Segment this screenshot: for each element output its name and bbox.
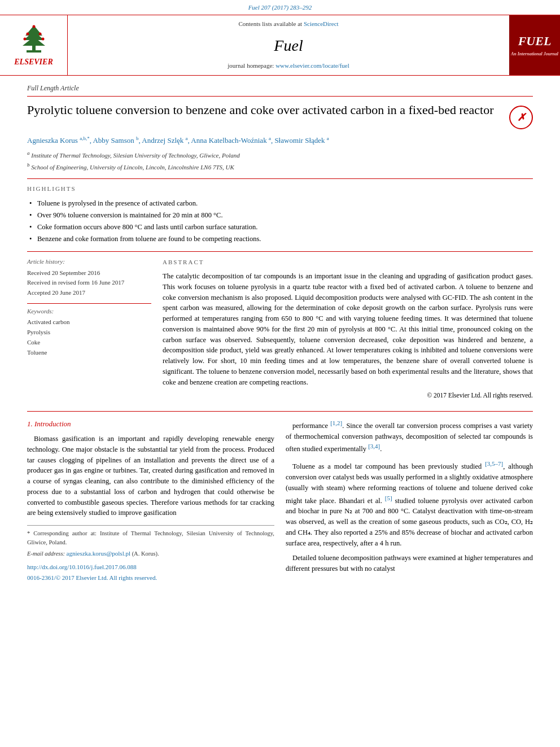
keywords-label: Keywords: — [27, 307, 151, 316]
authors-line: Agnieszka Korus a,b,*, Abby Samson b, An… — [27, 135, 533, 146]
svg-point-6 — [38, 32, 41, 35]
highlight-item-1: Toluene is pyrolysed in the presence of … — [27, 198, 533, 208]
abstract-section: ABSTRACT The catalytic decomposition of … — [163, 257, 533, 401]
article-dates: Received 20 September 2016 Received in r… — [27, 269, 151, 298]
footnote-email[interactable]: agnieszka.korus@polsl.pl — [67, 550, 130, 557]
doi-links: http://dx.doi.org/10.1016/j.fuel.2017.06… — [27, 562, 274, 582]
crossmark-badge: ✗ — [509, 106, 533, 129]
footnote-area: * Corresponding author at: Institute of … — [27, 525, 274, 558]
footnote-star-line: * Corresponding author at: Institute of … — [27, 529, 274, 547]
ref-3-4[interactable]: [3,4] — [368, 443, 380, 449]
ref-3-5-7[interactable]: [3,5–7] — [485, 460, 503, 467]
homepage-url[interactable]: www.elsevier.com/locate/fuel — [275, 62, 349, 69]
article-info-section: Article history: Received 20 September 2… — [27, 257, 151, 401]
divider-1 — [27, 178, 533, 179]
doi-link-1[interactable]: http://dx.doi.org/10.1016/j.fuel.2017.06… — [27, 562, 274, 572]
article-type: Full Length Article — [27, 84, 533, 96]
fuel-logo: FUEL An International Journal — [511, 34, 558, 56]
journal-title: Fuel — [274, 34, 303, 58]
affiliations: a Institute of Thermal Technology, Siles… — [27, 150, 533, 172]
journal-center: Contents lists available at ScienceDirec… — [68, 15, 509, 75]
svg-point-5 — [26, 32, 29, 35]
keyword-2: Pyrolysis — [27, 328, 151, 337]
svg-point-9 — [32, 25, 35, 28]
ref-1-2[interactable]: [1,2] — [330, 420, 342, 426]
article-history-label: Article history: — [27, 257, 151, 267]
contents-line: Contents lists available at ScienceDirec… — [238, 20, 338, 29]
keyword-4: Toluene — [27, 348, 151, 357]
article-title: Pyrolytic toluene conversion to benzene … — [27, 102, 509, 119]
svg-point-7 — [23, 37, 26, 40]
fuel-logo-box: FUEL An International Journal — [509, 15, 560, 75]
highlight-item-3: Coke formation occurs above 800 °C and l… — [27, 222, 533, 232]
copyright-line: © 2017 Elsevier Ltd. All rights reserved… — [163, 391, 533, 400]
keyword-1: Activated carbon — [27, 318, 151, 327]
affil-a: a Institute of Thermal Technology, Siles… — [27, 150, 533, 160]
intro-para-1: Biomass gasification is an important and… — [27, 434, 274, 518]
section-1-title: 1. Introduction — [27, 418, 274, 430]
highlight-item-4: Benzene and coke formation from toluene … — [27, 234, 533, 244]
journal-reference: Fuel 207 (2017) 283–292 — [0, 0, 560, 15]
keyword-3: Coke — [27, 338, 151, 347]
abstract-text: The catalytic decomposition of tar compo… — [163, 271, 533, 387]
svg-rect-1 — [27, 50, 41, 53]
date-revised: Received in revised form 16 June 2017 — [27, 278, 151, 287]
elsevier-tree-icon — [14, 23, 54, 54]
abstract-label: ABSTRACT — [163, 257, 533, 267]
info-abstract-row: Article history: Received 20 September 2… — [27, 257, 533, 401]
article-title-row: Pyrolytic toluene conversion to benzene … — [27, 102, 533, 129]
svg-marker-4 — [23, 37, 45, 46]
sciencedirect-link[interactable]: ScienceDirect — [304, 20, 339, 27]
footnote-email-line: E-mail address: agnieszka.korus@polsl.pl… — [27, 549, 274, 558]
crossmark-icon: ✗ — [517, 110, 526, 125]
svg-point-8 — [41, 37, 44, 40]
main-content: Full Length Article Pyrolytic toluene co… — [0, 76, 560, 591]
doi-line-2: 0016-2361/© 2017 Elsevier Ltd. All right… — [27, 573, 274, 583]
page: Fuel 207 (2017) 283–292 ELSEVIER — [0, 0, 560, 747]
intro-right-column: performance [1,2]. Since the overall tar… — [286, 418, 533, 584]
date-received: Received 20 September 2016 — [27, 269, 151, 278]
elsevier-logo-box: ELSEVIER — [0, 15, 68, 75]
highlights-section: HIGHLIGHTS Toluene is pyrolysed in the p… — [27, 185, 533, 244]
ref-5[interactable]: [5] — [385, 495, 392, 501]
intro-columns: 1. Introduction Biomass gasification is … — [27, 418, 533, 584]
divider-2 — [27, 251, 533, 252]
intro-para-right-1: performance [1,2]. Since the overall tar… — [286, 418, 533, 455]
intro-left-column: 1. Introduction Biomass gasification is … — [27, 418, 274, 584]
highlight-item-2: Over 90% toluene conversion is maintaine… — [27, 210, 533, 220]
highlights-label: HIGHLIGHTS — [27, 185, 533, 194]
date-accepted: Accepted 20 June 2017 — [27, 289, 151, 298]
introduction-section: 1. Introduction Biomass gasification is … — [27, 411, 533, 584]
elsevier-label: ELSEVIER — [14, 56, 53, 68]
intro-para-right-3: Detailed toluene decomposition pathways … — [286, 553, 533, 574]
journal-homepage: journal homepage: www.elsevier.com/locat… — [228, 62, 349, 71]
affil-b: b School of Engineering, University of L… — [27, 161, 533, 172]
divider-info — [27, 303, 151, 304]
intro-para-right-2: Toluene as a model tar compound has been… — [286, 459, 533, 548]
journal-header: ELSEVIER Contents lists available at Sci… — [0, 15, 560, 76]
